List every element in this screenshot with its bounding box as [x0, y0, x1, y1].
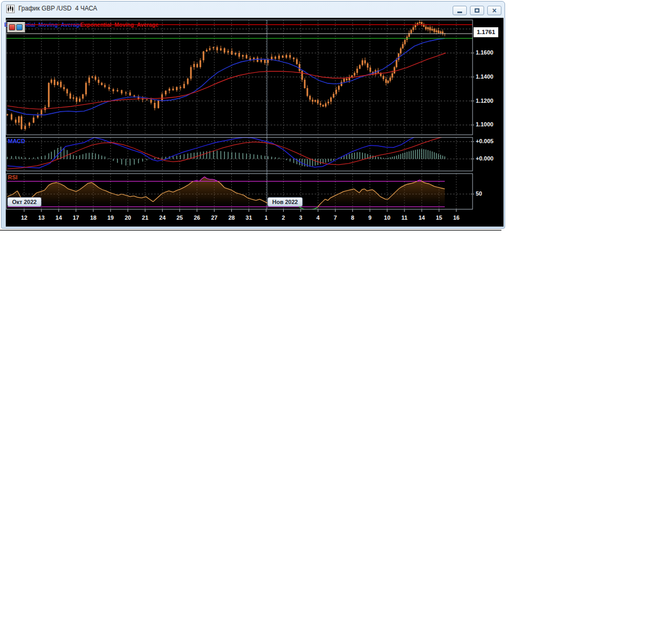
time-tick-label: 24: [159, 214, 166, 221]
macd-indicator-label: MACD: [8, 138, 25, 144]
restore-icon: [475, 8, 479, 13]
time-tick-label: 9: [368, 214, 371, 221]
time-tick-label: 20: [125, 214, 131, 221]
time-tick-label: 10: [384, 214, 390, 221]
time-tick-label: 25: [177, 214, 183, 221]
rsi-tick-label: 50: [476, 190, 482, 197]
time-tick-label: 4: [316, 214, 319, 221]
time-tick-label: 14: [56, 214, 62, 221]
time-tick-label: 27: [211, 214, 217, 221]
month-tab-october: Окт 2022: [7, 197, 41, 207]
time-tick-label: 1: [264, 214, 267, 221]
minimize-button[interactable]: [453, 6, 467, 15]
rsi-indicator-label: RSI: [8, 174, 17, 180]
time-tick-label: 18: [90, 214, 97, 221]
window-title: График GBP /USD 4 ЧАСА: [18, 2, 97, 16]
time-tick-label: 7: [334, 214, 337, 221]
candles-layer: [7, 20, 446, 131]
title-bar[interactable]: График GBP /USD 4 ЧАСА ×: [2, 2, 505, 16]
price-tick-label: 1.1400: [476, 73, 494, 80]
time-tick-label: 28: [228, 214, 234, 221]
window-shadow-line: [0, 230, 501, 231]
time-tick-label: 15: [436, 214, 442, 221]
time-tick-label: 16: [453, 214, 459, 221]
time-tick-label: 19: [108, 214, 114, 221]
time-tick-label: 26: [194, 214, 200, 221]
candlestick-chart-icon: [6, 5, 15, 13]
desktop: График GBP /USD 4 ЧАСА × Exponential_Mov…: [0, 0, 664, 644]
macd-tick-label: +0.000: [476, 155, 494, 162]
month-tab-november: Нов 2022: [267, 197, 303, 207]
time-tick-label: 21: [142, 214, 148, 221]
minimize-icon: [457, 12, 462, 13]
time-tick-label: 14: [419, 214, 425, 221]
restore-button[interactable]: [470, 6, 484, 15]
time-tick-label: 2: [282, 214, 285, 221]
price-tick-label: 1.1600: [476, 49, 494, 56]
time-tick-label: 11: [401, 214, 408, 221]
price-tick-label: 1.1200: [476, 98, 494, 104]
close-icon: ×: [492, 7, 496, 14]
time-tick-label: 8: [351, 214, 354, 221]
time-tick-label: 12: [21, 214, 27, 221]
sell-chip-button[interactable]: [9, 24, 15, 30]
current-price-marker: 1.1761: [474, 27, 498, 37]
indicator-chip-panel: [7, 22, 25, 33]
buy-chip-button[interactable]: [16, 24, 23, 30]
time-tick-label: 3: [299, 214, 302, 221]
chart-canvas[interactable]: [4, 16, 502, 225]
time-tick-label: 31: [245, 214, 252, 221]
time-tick-label: 13: [38, 214, 45, 221]
time-tick-label: 17: [73, 214, 79, 221]
close-button[interactable]: ×: [487, 6, 501, 15]
macd-tick-label: +0.005: [476, 138, 494, 144]
price-tick-label: 1.1000: [476, 121, 494, 127]
